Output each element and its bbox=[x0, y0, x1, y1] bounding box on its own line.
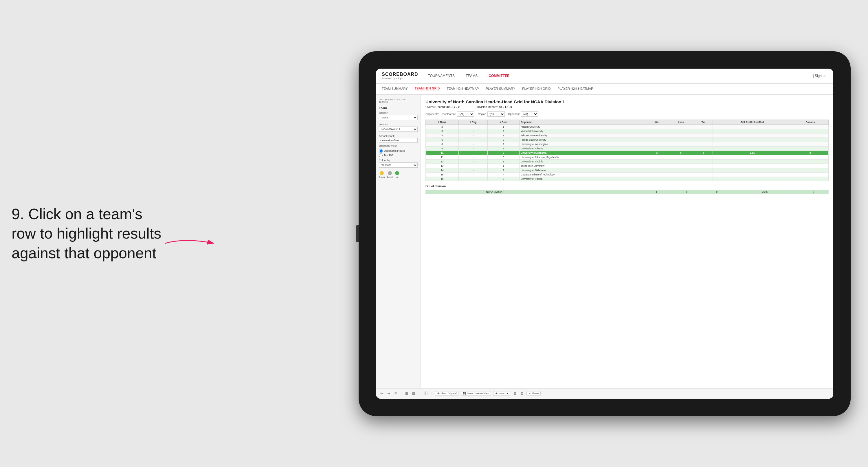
table-cell-2: 1 bbox=[488, 124, 520, 129]
table-cell-6 bbox=[694, 133, 713, 138]
table-row[interactable]: 13-1Texas Tech University bbox=[426, 164, 829, 168]
sub-nav-player-h2h-heatmap[interactable]: PLAYER H2H HEATMAP bbox=[557, 87, 593, 91]
table-cell-5 bbox=[668, 124, 694, 129]
table-cell-1: - bbox=[459, 150, 488, 155]
toolbar-save-btn[interactable]: 💾 Save Custom View bbox=[461, 391, 491, 396]
legend-down: Down bbox=[379, 171, 385, 178]
table-row[interactable]: 9-3University of Arizona bbox=[426, 146, 829, 150]
out-div-loss: 0 bbox=[672, 189, 702, 194]
opponent-filter-select[interactable]: (All) bbox=[521, 112, 538, 117]
table-row[interactable]: 14-2University of Oklahoma bbox=[426, 168, 829, 172]
toolbar-presentation[interactable]: ⊟ bbox=[513, 391, 517, 396]
table-cell-4 bbox=[646, 159, 668, 164]
table-cell-6 bbox=[694, 129, 713, 133]
table-cell-8 bbox=[792, 142, 828, 146]
table-row[interactable]: 12-3University of Virginia bbox=[426, 159, 829, 164]
table-cell-2: 6 bbox=[488, 155, 520, 159]
table-cell-7 bbox=[713, 168, 792, 172]
toolbar-history[interactable]: ⟲ bbox=[393, 391, 398, 396]
table-cell-5 bbox=[668, 168, 694, 172]
table-cell-4 bbox=[646, 177, 668, 181]
table-row[interactable]: 15-4Georgia Institute of Technology bbox=[426, 172, 829, 177]
table-cell-3: University of Arizona bbox=[520, 146, 646, 150]
table-cell-4 bbox=[646, 142, 668, 146]
sidebar-timestamp: Last Updated: 27/03/2024 16:55:38 bbox=[379, 98, 417, 104]
sidebar-radio-opponents-played[interactable]: Opponents Played bbox=[379, 149, 417, 153]
sub-nav-team-h2h-heatmap[interactable]: TEAM H2H HEATMAP bbox=[446, 87, 479, 91]
nav-link-teams[interactable]: TEAMS bbox=[465, 74, 479, 78]
table-cell-4 bbox=[646, 133, 668, 138]
legend-level: Level bbox=[387, 171, 393, 178]
table-cell-5 bbox=[668, 129, 694, 133]
table-row[interactable]: 4-1Arizona State University bbox=[426, 133, 829, 138]
table-cell-0: 4 bbox=[426, 133, 459, 138]
sub-nav-team-h2h-grid[interactable]: TEAM H2H GRID bbox=[415, 87, 440, 91]
sub-nav-player-h2h-grid[interactable]: PLAYER H2H GRID bbox=[522, 87, 551, 91]
table-cell-2: 1 bbox=[488, 133, 520, 138]
toolbar-share-btn[interactable]: ↗ Share bbox=[526, 391, 541, 396]
table-cell-4 bbox=[646, 129, 668, 133]
table-cell-6 bbox=[694, 164, 713, 168]
region-filter-select[interactable]: (All) bbox=[487, 112, 505, 117]
sidebar-opponent-view-group: Opponents Played Top 100 bbox=[379, 149, 417, 157]
division-record: Division Record: 88 - 17 - 0 bbox=[477, 106, 512, 109]
table-cell-7 bbox=[713, 172, 792, 177]
table-row[interactable]: 2-1Auburn University bbox=[426, 124, 829, 129]
nav-link-tournaments[interactable]: TOURNAMENTS bbox=[427, 74, 456, 78]
table-cell-0: 2 bbox=[426, 124, 459, 129]
table-cell-5 bbox=[668, 172, 694, 177]
table-row[interactable]: 3-2Vanderbilt University bbox=[426, 129, 829, 133]
nav-link-committee[interactable]: COMMITTEE bbox=[487, 74, 510, 78]
table-cell-7 bbox=[713, 159, 792, 164]
table-cell-6 bbox=[694, 146, 713, 150]
sub-nav-player-summary[interactable]: PLAYER SUMMARY bbox=[486, 87, 515, 91]
table-cell-6 bbox=[694, 168, 713, 172]
table-cell-5 bbox=[668, 146, 694, 150]
table-row[interactable]: 11-5University of Alabama3002.618 bbox=[426, 150, 829, 155]
toolbar-view-btn[interactable]: 👁 View: Original bbox=[435, 391, 459, 396]
toolbar-copy[interactable]: ⊡ bbox=[411, 391, 416, 396]
table-row[interactable]: 6-2Florida State University bbox=[426, 138, 829, 142]
records-row: Overall Record: 89 - 17 - 0 Division Rec… bbox=[426, 106, 829, 109]
table-cell-6 bbox=[694, 138, 713, 142]
table-row[interactable]: 11-6University of Arkansas, Fayetteville bbox=[426, 155, 829, 159]
table-cell-1: - bbox=[459, 138, 488, 142]
toolbar-clock[interactable]: 🕐 bbox=[423, 391, 429, 396]
table-row[interactable]: 16-3University of Florida bbox=[426, 177, 829, 181]
out-div-conf bbox=[465, 189, 485, 194]
table-cell-1: - bbox=[459, 142, 488, 146]
table-cell-3: University of Virginia bbox=[520, 159, 646, 164]
out-div-win: 1 bbox=[641, 189, 672, 194]
table-cell-0: 8 bbox=[426, 142, 459, 146]
filters-row: Opponents: Conference (All) Region (All) bbox=[426, 112, 829, 117]
col-opponent: Opponent bbox=[520, 120, 646, 124]
toolbar-clipboard[interactable]: ⊞ bbox=[404, 391, 409, 396]
sidebar-school-input[interactable] bbox=[379, 138, 417, 143]
table-row[interactable]: 8-2University of Washington bbox=[426, 142, 829, 146]
toolbar-export[interactable]: ⊠ bbox=[520, 391, 524, 396]
sidebar-division-select[interactable]: NCAA Division I bbox=[379, 126, 417, 132]
toolbar-watch-btn[interactable]: 👁 Watch ▾ bbox=[493, 391, 510, 396]
conference-filter-select[interactable]: (All) bbox=[457, 112, 474, 117]
sidebar-colour-by-select[interactable]: Win/loss bbox=[379, 163, 417, 168]
sign-out-link[interactable]: | Sign out bbox=[813, 74, 828, 78]
out-of-division-row[interactable]: NCAA Division II 1 0 0 26.00 3 bbox=[426, 189, 829, 194]
table-cell-1: - bbox=[459, 172, 488, 177]
toolbar-undo[interactable]: ↩ bbox=[379, 391, 384, 396]
sidebar-gender-select[interactable]: Men's bbox=[379, 115, 417, 120]
table-cell-3: University of Oklahoma bbox=[520, 168, 646, 172]
table-cell-4 bbox=[646, 155, 668, 159]
sub-nav-team-summary[interactable]: TEAM SUMMARY bbox=[382, 87, 408, 91]
sidebar-gender-label: Gender bbox=[379, 112, 417, 114]
table-cell-0: 11 bbox=[426, 150, 459, 155]
sidebar-radio-top100[interactable]: Top 100 bbox=[379, 153, 417, 157]
table-cell-2: 3 bbox=[488, 159, 520, 164]
toolbar-view-icon: 👁 bbox=[437, 392, 440, 395]
table-cell-8 bbox=[792, 159, 828, 164]
conference-filter: Conference (All) bbox=[442, 112, 475, 117]
toolbar-redo[interactable]: ↪ bbox=[386, 391, 391, 396]
table-cell-2: 1 bbox=[488, 164, 520, 168]
table-cell-8 bbox=[792, 177, 828, 181]
table-cell-4 bbox=[646, 164, 668, 168]
out-div-rank bbox=[426, 189, 445, 194]
